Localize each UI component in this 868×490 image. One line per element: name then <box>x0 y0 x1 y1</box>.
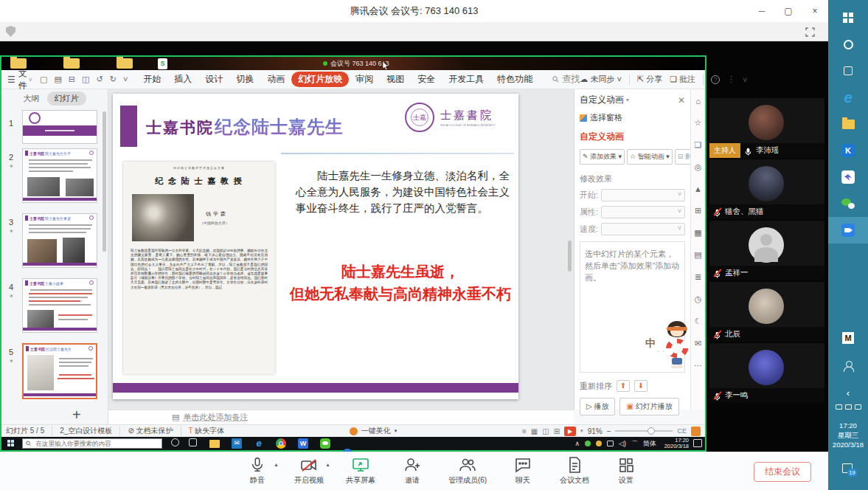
smart-animation-button[interactable]: ☆ 智能动画 ▾ <box>627 149 673 165</box>
m-app-icon[interactable]: M <box>828 325 868 351</box>
missing-font-warning[interactable]: T 缺失字体 <box>189 426 225 436</box>
meeting-docs-button[interactable]: 会议文档 <box>552 456 597 486</box>
desktop-folder-icon[interactable] <box>63 58 80 69</box>
add-effect-button[interactable]: ✎ 添加效果 ▾ <box>580 149 625 165</box>
slide-thumbnail-4[interactable]: 士嘉书院 士嘉小故事 <box>22 278 97 333</box>
close-icon[interactable]: × <box>802 0 828 22</box>
save-icon[interactable]: ▢ <box>40 75 47 84</box>
zoom-knob[interactable] <box>647 427 655 435</box>
comment-button[interactable]: ❏ 批注 <box>670 74 695 85</box>
template-name[interactable]: 2_空白设计模板 <box>60 426 112 436</box>
beautify-button[interactable]: 一键美化▾ <box>350 426 397 436</box>
mail-app-icon[interactable]: ✉ <box>232 438 242 449</box>
mute-options-caret[interactable]: ▲ <box>274 462 279 467</box>
canvas-scrollbar[interactable] <box>568 241 572 272</box>
file-explorer-icon[interactable] <box>209 440 220 448</box>
task-view-icon[interactable] <box>828 58 868 84</box>
wechat-tray-icon[interactable] <box>585 441 591 446</box>
notes-bar[interactable]: ▤ 单击此处添加备注 <box>108 410 574 424</box>
taskbar-search[interactable] <box>22 438 162 449</box>
slideshow-play-button[interactable]: ▣ 幻灯片播放 <box>619 398 678 415</box>
thunder-app-icon[interactable] <box>828 164 868 190</box>
tab-outline[interactable]: 大纲 <box>24 93 40 104</box>
panel-caret-icon[interactable]: ▾ <box>626 97 629 103</box>
tab-security[interactable]: 安全 <box>411 72 442 87</box>
protection-status[interactable]: ⊘ 文档未保护 <box>128 426 173 436</box>
current-slide[interactable]: 士嘉书院 纪念陆士嘉先生 士嘉 士嘉書院 SHIJIA COLLEGE OF B… <box>113 94 518 399</box>
design-panel-icon[interactable]: ▲ <box>694 184 702 193</box>
tab-view[interactable]: 视图 <box>380 72 411 87</box>
tab-slides[interactable]: 幻灯片 <box>47 92 86 106</box>
move-up-button[interactable]: ⬆ <box>617 380 630 392</box>
sync-status[interactable]: ☁ 未同步 ˅ <box>580 74 622 85</box>
table-panel-icon[interactable]: ⊞ <box>695 206 701 215</box>
find-box[interactable]: 查找 <box>552 73 580 86</box>
sidebar-clock[interactable]: 17:20 星期三 2020/3/18 <box>828 421 868 449</box>
start-select[interactable] <box>601 189 685 201</box>
edge-browser-icon[interactable]: e <box>828 84 868 111</box>
share-button[interactable]: ⇱ 分享 <box>637 74 662 85</box>
view-read-icon[interactable]: ⊞ <box>554 427 560 435</box>
zoom-level[interactable]: 91% <box>588 427 603 435</box>
clock-panel-icon[interactable]: ◷ <box>695 294 702 304</box>
play-button[interactable]: ▷ 播放 <box>580 398 615 415</box>
network-tray-icon[interactable]: ⌒ <box>631 439 638 449</box>
print-icon[interactable]: ⊟ <box>69 75 75 84</box>
participant-tile-host[interactable]: 主持人 李沛瑶 <box>709 98 824 158</box>
fullscreen-icon[interactable] <box>805 27 815 37</box>
action-center-icon[interactable]: 19 <box>842 463 853 473</box>
tab-home[interactable]: 开始 <box>136 72 167 87</box>
add-slide-button[interactable]: + <box>72 407 81 424</box>
preview-icon[interactable]: ◫ <box>82 75 89 84</box>
tab-features[interactable]: 特色功能 <box>490 72 539 87</box>
sidebar-tray-icons[interactable] <box>828 404 868 410</box>
thumbnail-scrollbar[interactable] <box>103 111 106 252</box>
home-panel-icon[interactable]: ⌂ <box>695 97 701 106</box>
tab-design[interactable]: 设计 <box>198 72 229 87</box>
keyboard-tray-icon[interactable] <box>607 441 614 446</box>
participant-tile[interactable]: 孟祥一 <box>709 221 824 280</box>
layout-panel-icon[interactable]: ▦ <box>694 228 701 238</box>
adjust-panel-icon[interactable]: ≣ <box>695 272 701 282</box>
zoom-out-icon[interactable]: − <box>607 427 611 435</box>
contacts-icon[interactable] <box>828 353 868 379</box>
transition-panel-icon[interactable]: ❏ <box>695 140 702 150</box>
undo-icon[interactable]: ↺ <box>96 75 103 84</box>
desktop-folder-icon[interactable] <box>117 58 133 69</box>
slide-thumbnail-5-selected[interactable]: 士嘉书院 纪念陆士嘉先生 <box>22 343 97 399</box>
more-caret-icon[interactable]: ˅ <box>123 75 128 84</box>
select-pane-button[interactable]: 选择窗格 <box>580 112 685 123</box>
speed-select[interactable] <box>601 223 685 235</box>
tim-tray-icon[interactable] <box>596 441 602 446</box>
file-explorer-icon[interactable] <box>828 111 868 137</box>
slideshow-start-icon[interactable]: ▶ <box>564 427 576 436</box>
video-options-caret[interactable]: ▲ <box>325 462 330 467</box>
view-normal-icon[interactable]: ≡ <box>522 427 527 435</box>
wps-app-icon[interactable]: W <box>298 438 308 449</box>
taskbar-search-input[interactable] <box>34 439 159 448</box>
tab-transition[interactable]: 切换 <box>229 72 260 87</box>
chart-panel-icon[interactable]: ▤ <box>694 250 701 260</box>
action-center-icon[interactable] <box>693 439 702 447</box>
tencent-meeting-app-icon-active[interactable] <box>828 217 868 244</box>
animation-panel-icon[interactable]: ☆ <box>695 118 702 128</box>
file-caret-icon[interactable]: ˅ <box>29 76 32 83</box>
file-menu[interactable]: 文件 <box>18 67 27 92</box>
participant-tile[interactable]: 猫舍、黑猫 <box>709 159 824 219</box>
share-screen-button[interactable]: 共享屏幕 <box>338 456 383 486</box>
edge-browser-icon[interactable]: e <box>254 438 264 449</box>
start-button-icon[interactable] <box>7 440 15 447</box>
wechat-app-icon[interactable] <box>828 190 868 217</box>
redo-icon[interactable]: ↻ <box>110 75 117 84</box>
slide-thumbnail-3[interactable]: 士嘉书院 陆士嘉先生事迹 <box>22 213 97 268</box>
wps-doc-icon[interactable]: S <box>158 58 167 69</box>
help-icon[interactable]: ? <box>711 75 720 84</box>
view-slide-icon[interactable]: ▦ <box>531 427 538 435</box>
taskbar-clock[interactable]: 17:20 2020/3/18 <box>664 438 689 449</box>
zoom-slider[interactable] <box>615 430 673 432</box>
tray-expand-icon[interactable]: ∧ <box>574 440 580 447</box>
property-select[interactable] <box>601 206 685 218</box>
panel-close-icon[interactable]: ✕ <box>678 95 685 106</box>
participant-tile[interactable]: 李一鸣 <box>709 343 824 403</box>
output-icon[interactable]: ▤ <box>54 75 61 84</box>
